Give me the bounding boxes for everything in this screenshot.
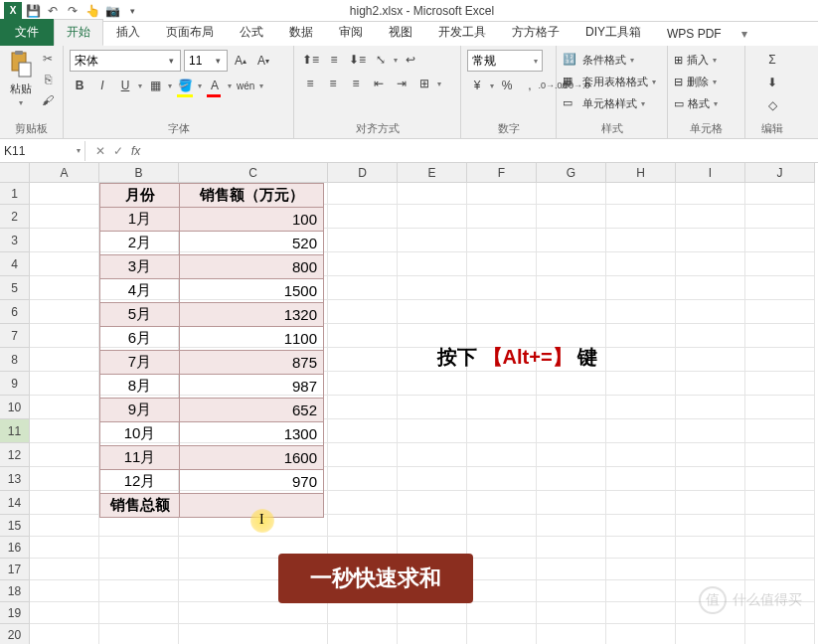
- increase-indent-icon[interactable]: ⇥: [392, 74, 411, 93]
- table-cell-month[interactable]: 7月: [100, 351, 180, 375]
- cell[interactable]: [328, 183, 398, 205]
- cell[interactable]: [30, 580, 99, 602]
- cell[interactable]: [745, 419, 815, 443]
- cell[interactable]: [328, 324, 398, 348]
- cell[interactable]: [745, 537, 815, 559]
- cell[interactable]: [467, 183, 537, 205]
- cell[interactable]: [328, 443, 398, 467]
- font-name-input[interactable]: [71, 54, 164, 68]
- cell[interactable]: [676, 300, 745, 324]
- cell[interactable]: [328, 467, 398, 491]
- cell[interactable]: [467, 276, 537, 300]
- row-header[interactable]: 19: [0, 602, 30, 624]
- column-header[interactable]: A: [30, 163, 99, 183]
- row-header[interactable]: 15: [0, 515, 30, 537]
- table-cell-sales[interactable]: 1300: [180, 422, 324, 446]
- cell[interactable]: [30, 300, 99, 324]
- cell[interactable]: [30, 205, 99, 229]
- cell[interactable]: [537, 537, 606, 559]
- table-cell-sales[interactable]: 652: [180, 399, 324, 422]
- autosum-icon[interactable]: Σ: [751, 50, 793, 70]
- cell[interactable]: [328, 276, 398, 300]
- copy-icon[interactable]: ⎘: [39, 71, 57, 88]
- cell[interactable]: [328, 419, 398, 443]
- table-cell-sales[interactable]: 1320: [180, 303, 324, 327]
- cell[interactable]: [745, 229, 815, 252]
- bold-button[interactable]: B: [70, 76, 89, 95]
- cell[interactable]: [745, 396, 815, 419]
- table-cell-month[interactable]: 8月: [100, 375, 180, 399]
- cell[interactable]: [328, 229, 398, 252]
- cell[interactable]: [606, 348, 676, 372]
- align-bottom-icon[interactable]: ⬇≡: [347, 50, 368, 70]
- format-painter-icon[interactable]: 🖌: [39, 91, 57, 109]
- cell[interactable]: [745, 372, 815, 396]
- delete-cells-button[interactable]: ⊟ 删除▾: [674, 72, 738, 91]
- cell[interactable]: [99, 537, 179, 559]
- italic-button[interactable]: I: [92, 76, 112, 95]
- qat-dropdown-icon[interactable]: ▾: [123, 2, 141, 20]
- cell[interactable]: [676, 624, 745, 644]
- cell[interactable]: [537, 205, 606, 229]
- cell[interactable]: [30, 624, 99, 644]
- cell[interactable]: [606, 183, 676, 205]
- cell[interactable]: [467, 252, 537, 276]
- cell[interactable]: [179, 624, 328, 644]
- row-header[interactable]: 11: [0, 419, 30, 443]
- cell[interactable]: [745, 276, 815, 300]
- table-cell-month[interactable]: 11月: [100, 446, 180, 470]
- table-cell-month[interactable]: 5月: [100, 303, 180, 327]
- cell[interactable]: [467, 515, 537, 537]
- tab-developer[interactable]: 开发工具: [425, 19, 499, 46]
- cancel-formula-icon[interactable]: ✕: [95, 144, 105, 158]
- column-header[interactable]: F: [467, 163, 537, 183]
- cell[interactable]: [606, 276, 676, 300]
- row-header[interactable]: 14: [0, 491, 30, 515]
- cell[interactable]: [398, 183, 467, 205]
- tab-insert[interactable]: 插入: [103, 19, 153, 46]
- cell[interactable]: [537, 372, 606, 396]
- cell[interactable]: [328, 300, 398, 324]
- cell[interactable]: [606, 559, 676, 580]
- row-header[interactable]: 8: [0, 348, 30, 372]
- cell[interactable]: [398, 443, 467, 467]
- cell[interactable]: [745, 624, 815, 644]
- cell[interactable]: [606, 419, 676, 443]
- chevron-down-icon[interactable]: ▾: [164, 56, 178, 66]
- column-header[interactable]: E: [398, 163, 467, 183]
- cell[interactable]: [676, 252, 745, 276]
- table-cell-sales[interactable]: 1600: [180, 446, 324, 470]
- cell[interactable]: [467, 205, 537, 229]
- cell[interactable]: [398, 602, 467, 624]
- align-top-icon[interactable]: ⬆≡: [300, 50, 321, 70]
- comma-icon[interactable]: ,: [520, 76, 540, 95]
- cell[interactable]: [328, 252, 398, 276]
- cell[interactable]: [606, 205, 676, 229]
- cell[interactable]: [537, 276, 606, 300]
- cell[interactable]: [537, 419, 606, 443]
- cell[interactable]: [30, 602, 99, 624]
- merge-cells-icon[interactable]: ⊞: [414, 74, 434, 93]
- row-header[interactable]: 18: [0, 580, 30, 602]
- cell[interactable]: [745, 205, 815, 229]
- cell[interactable]: [30, 537, 99, 559]
- table-cell-sales[interactable]: 100: [180, 208, 324, 232]
- cell[interactable]: [537, 559, 606, 580]
- cell[interactable]: [398, 252, 467, 276]
- cell[interactable]: [537, 491, 606, 515]
- cell[interactable]: [745, 300, 815, 324]
- cell[interactable]: [537, 624, 606, 644]
- table-cell-month[interactable]: 4月: [100, 279, 180, 303]
- worksheet-grid[interactable]: ABCDEFGHIJ 12345678910111213141516171819…: [0, 163, 818, 644]
- cell[interactable]: [328, 396, 398, 419]
- column-header[interactable]: B: [99, 163, 179, 183]
- tab-diy[interactable]: DIY工具箱: [573, 19, 654, 46]
- align-left-icon[interactable]: ≡: [300, 74, 320, 93]
- save-icon[interactable]: 💾: [24, 2, 42, 20]
- cell[interactable]: [606, 491, 676, 515]
- cell[interactable]: [745, 348, 815, 372]
- table-cell-month[interactable]: 10月: [100, 422, 180, 446]
- cell[interactable]: [467, 537, 537, 559]
- cell[interactable]: [30, 276, 99, 300]
- clear-icon[interactable]: ◇: [751, 95, 793, 115]
